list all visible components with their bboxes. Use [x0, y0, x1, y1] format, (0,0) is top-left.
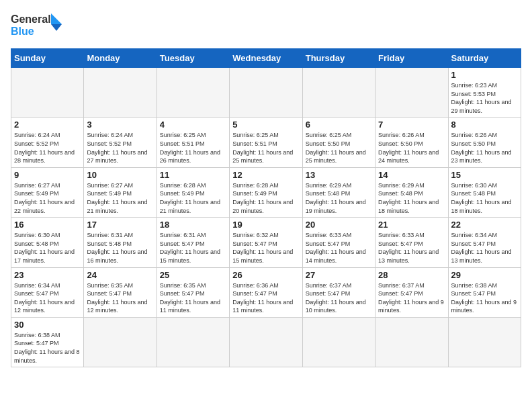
- calendar-cell: 5Sunrise: 6:25 AM Sunset: 5:51 PM Daylig…: [230, 118, 302, 167]
- cell-sun-info: Sunrise: 6:32 AM Sunset: 5:47 PM Dayligh…: [232, 231, 299, 265]
- svg-marker-2: [51, 13, 62, 24]
- calendar-cell: 22Sunrise: 6:34 AM Sunset: 5:47 PM Dayli…: [448, 218, 521, 267]
- day-number: 11: [160, 170, 226, 180]
- day-number: 18: [160, 220, 226, 230]
- calendar-week-row: 2Sunrise: 6:24 AM Sunset: 5:52 PM Daylig…: [11, 118, 521, 167]
- calendar-week-row: 16Sunrise: 6:30 AM Sunset: 5:48 PM Dayli…: [11, 218, 521, 267]
- cell-sun-info: Sunrise: 6:37 AM Sunset: 5:47 PM Dayligh…: [306, 281, 372, 315]
- day-number: 10: [87, 170, 153, 180]
- weekday-header: Monday: [84, 49, 157, 68]
- calendar-cell: 21Sunrise: 6:33 AM Sunset: 5:47 PM Dayli…: [375, 218, 448, 267]
- calendar-cell: [84, 68, 157, 118]
- cell-sun-info: Sunrise: 6:28 AM Sunset: 5:49 PM Dayligh…: [160, 181, 226, 215]
- cell-sun-info: Sunrise: 6:28 AM Sunset: 5:49 PM Dayligh…: [232, 181, 299, 215]
- calendar-cell: 2Sunrise: 6:24 AM Sunset: 5:52 PM Daylig…: [11, 118, 84, 167]
- day-number: 15: [451, 170, 518, 180]
- logo: GeneralBlue: [11, 11, 64, 40]
- calendar-cell: [302, 68, 375, 118]
- calendar-cell: 17Sunrise: 6:31 AM Sunset: 5:48 PM Dayli…: [84, 218, 157, 267]
- day-number: 24: [87, 270, 153, 280]
- cell-sun-info: Sunrise: 6:33 AM Sunset: 5:47 PM Dayligh…: [306, 231, 372, 265]
- cell-sun-info: Sunrise: 6:25 AM Sunset: 5:51 PM Dayligh…: [160, 131, 226, 165]
- day-number: 17: [87, 220, 153, 230]
- day-number: 25: [160, 270, 226, 280]
- calendar-cell: 11Sunrise: 6:28 AM Sunset: 5:49 PM Dayli…: [157, 167, 229, 217]
- calendar-cell: 28Sunrise: 6:37 AM Sunset: 5:47 PM Dayli…: [375, 267, 448, 317]
- day-number: 30: [14, 320, 81, 330]
- cell-sun-info: Sunrise: 6:35 AM Sunset: 5:47 PM Dayligh…: [160, 281, 226, 315]
- svg-marker-3: [51, 24, 62, 31]
- day-number: 6: [306, 120, 372, 130]
- cell-sun-info: Sunrise: 6:27 AM Sunset: 5:49 PM Dayligh…: [87, 181, 153, 215]
- calendar-cell: 18Sunrise: 6:31 AM Sunset: 5:47 PM Dayli…: [157, 218, 229, 267]
- calendar-cell: 20Sunrise: 6:33 AM Sunset: 5:47 PM Dayli…: [302, 218, 375, 267]
- day-number: 29: [451, 270, 518, 280]
- cell-sun-info: Sunrise: 6:25 AM Sunset: 5:50 PM Dayligh…: [306, 131, 372, 165]
- day-number: 22: [451, 220, 518, 230]
- day-number: 20: [306, 220, 372, 230]
- calendar-cell: 9Sunrise: 6:27 AM Sunset: 5:49 PM Daylig…: [11, 167, 84, 217]
- day-number: 5: [232, 120, 299, 130]
- cell-sun-info: Sunrise: 6:27 AM Sunset: 5:49 PM Dayligh…: [14, 181, 81, 215]
- day-number: 16: [14, 220, 81, 230]
- cell-sun-info: Sunrise: 6:25 AM Sunset: 5:51 PM Dayligh…: [232, 131, 299, 165]
- cell-sun-info: Sunrise: 6:24 AM Sunset: 5:52 PM Dayligh…: [14, 131, 81, 165]
- day-number: 26: [232, 270, 299, 280]
- cell-sun-info: Sunrise: 6:37 AM Sunset: 5:47 PM Dayligh…: [378, 281, 445, 315]
- weekday-header: Saturday: [448, 49, 521, 68]
- svg-text:General: General: [11, 13, 51, 25]
- day-number: 27: [306, 270, 372, 280]
- cell-sun-info: Sunrise: 6:38 AM Sunset: 5:47 PM Dayligh…: [14, 331, 81, 365]
- calendar-cell: [157, 317, 229, 367]
- calendar-cell: [84, 317, 157, 367]
- calendar-cell: 13Sunrise: 6:29 AM Sunset: 5:48 PM Dayli…: [302, 167, 375, 217]
- calendar-cell: 3Sunrise: 6:24 AM Sunset: 5:52 PM Daylig…: [84, 118, 157, 167]
- cell-sun-info: Sunrise: 6:24 AM Sunset: 5:52 PM Dayligh…: [87, 131, 153, 165]
- calendar-week-row: 30Sunrise: 6:38 AM Sunset: 5:47 PM Dayli…: [11, 317, 521, 367]
- day-number: 7: [378, 120, 445, 130]
- calendar-cell: [375, 317, 448, 367]
- calendar-week-row: 1Sunrise: 6:23 AM Sunset: 5:53 PM Daylig…: [11, 68, 521, 118]
- cell-sun-info: Sunrise: 6:31 AM Sunset: 5:47 PM Dayligh…: [160, 231, 226, 265]
- weekday-header: Wednesday: [230, 49, 302, 68]
- calendar-cell: 6Sunrise: 6:25 AM Sunset: 5:50 PM Daylig…: [302, 118, 375, 167]
- day-number: 1: [451, 70, 518, 80]
- calendar-cell: 27Sunrise: 6:37 AM Sunset: 5:47 PM Dayli…: [302, 267, 375, 317]
- day-number: 14: [378, 170, 445, 180]
- calendar-cell: [11, 68, 84, 118]
- day-number: 23: [14, 270, 81, 280]
- calendar-cell: 30Sunrise: 6:38 AM Sunset: 5:47 PM Dayli…: [11, 317, 84, 367]
- cell-sun-info: Sunrise: 6:30 AM Sunset: 5:48 PM Dayligh…: [451, 181, 518, 215]
- calendar-cell: 25Sunrise: 6:35 AM Sunset: 5:47 PM Dayli…: [157, 267, 229, 317]
- cell-sun-info: Sunrise: 6:36 AM Sunset: 5:47 PM Dayligh…: [232, 281, 299, 315]
- calendar: SundayMondayTuesdayWednesdayThursdayFrid…: [11, 48, 521, 367]
- cell-sun-info: Sunrise: 6:34 AM Sunset: 5:47 PM Dayligh…: [14, 281, 81, 315]
- cell-sun-info: Sunrise: 6:31 AM Sunset: 5:48 PM Dayligh…: [87, 231, 153, 265]
- calendar-cell: 19Sunrise: 6:32 AM Sunset: 5:47 PM Dayli…: [230, 218, 302, 267]
- weekday-header: Friday: [375, 49, 448, 68]
- calendar-cell: [230, 68, 302, 118]
- cell-sun-info: Sunrise: 6:33 AM Sunset: 5:47 PM Dayligh…: [378, 231, 445, 265]
- calendar-cell: 15Sunrise: 6:30 AM Sunset: 5:48 PM Dayli…: [448, 167, 521, 217]
- cell-sun-info: Sunrise: 6:29 AM Sunset: 5:48 PM Dayligh…: [306, 181, 372, 215]
- calendar-cell: 16Sunrise: 6:30 AM Sunset: 5:48 PM Dayli…: [11, 218, 84, 267]
- day-number: 3: [87, 120, 153, 130]
- cell-sun-info: Sunrise: 6:29 AM Sunset: 5:48 PM Dayligh…: [378, 181, 445, 215]
- calendar-cell: 12Sunrise: 6:28 AM Sunset: 5:49 PM Dayli…: [230, 167, 302, 217]
- day-number: 8: [451, 120, 518, 130]
- calendar-cell: 14Sunrise: 6:29 AM Sunset: 5:48 PM Dayli…: [375, 167, 448, 217]
- calendar-cell: [302, 317, 375, 367]
- calendar-cell: 1Sunrise: 6:23 AM Sunset: 5:53 PM Daylig…: [448, 68, 521, 118]
- calendar-cell: 7Sunrise: 6:26 AM Sunset: 5:50 PM Daylig…: [375, 118, 448, 167]
- calendar-header-row: SundayMondayTuesdayWednesdayThursdayFrid…: [11, 49, 521, 68]
- day-number: 28: [378, 270, 445, 280]
- page-header: GeneralBlue: [11, 11, 521, 40]
- day-number: 12: [232, 170, 299, 180]
- calendar-cell: [157, 68, 229, 118]
- calendar-cell: [375, 68, 448, 118]
- calendar-cell: 4Sunrise: 6:25 AM Sunset: 5:51 PM Daylig…: [157, 118, 229, 167]
- day-number: 13: [306, 170, 372, 180]
- weekday-header: Thursday: [302, 49, 375, 68]
- cell-sun-info: Sunrise: 6:26 AM Sunset: 5:50 PM Dayligh…: [378, 131, 445, 165]
- calendar-cell: 23Sunrise: 6:34 AM Sunset: 5:47 PM Dayli…: [11, 267, 84, 317]
